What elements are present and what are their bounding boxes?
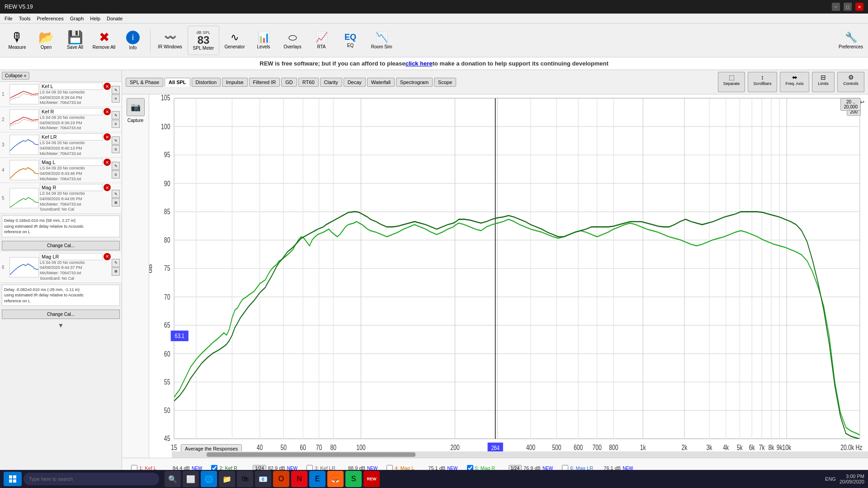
tab-filtered-ir[interactable]: Filtered IR: [249, 78, 280, 87]
meas-action-btn-1a[interactable]: ✎: [112, 86, 120, 94]
menu-donate[interactable]: Donate: [104, 15, 125, 22]
controls-button[interactable]: ⚙ Controls: [837, 72, 864, 92]
room-sim-button[interactable]: 📉 Room Sim: [366, 26, 397, 55]
meas-delete-6[interactable]: ✕: [104, 253, 111, 260]
change-cal-button-2[interactable]: Change Cal...: [2, 310, 120, 319]
sidebar-scroll-down[interactable]: ▼: [0, 321, 122, 330]
meas-name-input-2[interactable]: [40, 108, 103, 115]
tab-spl-phase[interactable]: SPL & Phase: [126, 78, 163, 87]
meas-action-btn-3b[interactable]: S: [112, 145, 120, 153]
preferences-label: Preferences: [839, 44, 863, 49]
taskbar-app-edge[interactable]: 🌐: [201, 471, 217, 487]
taskbar-app-office[interactable]: O: [273, 471, 289, 487]
tab-decay[interactable]: Decay: [344, 78, 366, 87]
taskbar-app-netflix[interactable]: N: [291, 471, 307, 487]
generator-button[interactable]: ∿ Generator: [221, 26, 248, 55]
meas-info-4: ✕ LS 04 09 20 No correctio04/09/2020 8:4…: [40, 159, 111, 182]
svg-text:80: 80: [164, 236, 170, 244]
graph-container[interactable]: 105 100 95 90 85 80: [149, 94, 868, 458]
meas-delete-1[interactable]: ✕: [104, 83, 111, 90]
menu-bar: File Tools Preferences Graph Help Donate: [0, 14, 868, 23]
tab-scope[interactable]: Scope: [434, 78, 456, 87]
menu-tools[interactable]: Tools: [16, 15, 33, 22]
taskbar-app-spotify[interactable]: S: [345, 471, 362, 487]
tab-spectrogram[interactable]: Spectrogram: [396, 78, 433, 87]
taskbar-app-mail[interactable]: 📧: [255, 471, 271, 487]
meas-action-btn-2b[interactable]: ≡: [112, 120, 120, 128]
taskbar-app-search[interactable]: 🔍: [165, 471, 181, 487]
meas-name-input-3[interactable]: [40, 133, 103, 141]
meas-actions-6: ✎ ⊞: [112, 259, 120, 276]
donation-link[interactable]: click here: [405, 60, 432, 67]
meas-name-input-6[interactable]: [40, 253, 103, 260]
rta-button[interactable]: 📈 RTA: [308, 26, 335, 55]
meas-action-btn-6b[interactable]: ⊞: [112, 267, 120, 276]
ir-windows-button[interactable]: 〰️ IR Windows: [154, 26, 186, 55]
meas-action-btn-4a[interactable]: ✎: [112, 162, 120, 170]
meas-action-btn-6a[interactable]: ✎: [112, 259, 120, 267]
menu-file[interactable]: File: [2, 15, 15, 22]
taskbar-app-edge2[interactable]: E: [309, 471, 326, 487]
tab-all-spl[interactable]: All SPL: [165, 78, 190, 87]
menu-graph[interactable]: Graph: [67, 15, 87, 22]
tab-distortion[interactable]: Distortion: [192, 78, 221, 87]
minimize-button[interactable]: −: [832, 3, 840, 11]
taskbar-app-firefox[interactable]: 🦊: [327, 471, 344, 487]
preferences-button[interactable]: 🔧 Preferences: [837, 26, 864, 55]
scrollbars-button[interactable]: ↕ Scrollbars: [748, 72, 777, 92]
measure-button[interactable]: 🎙 Measure: [4, 26, 31, 55]
save-all-button[interactable]: 💾 Save All: [61, 26, 89, 55]
svg-text:70: 70: [164, 293, 170, 301]
meas-name-input-1[interactable]: [40, 83, 103, 90]
meas-delete-5[interactable]: ✕: [104, 184, 111, 191]
overlays-button[interactable]: ⬭ Overlays: [279, 26, 306, 55]
meas-delete-4[interactable]: ✕: [104, 159, 111, 166]
meas-name-input-5[interactable]: [40, 184, 103, 191]
svg-rect-89: [13, 475, 16, 479]
meas-actions-1: ✎ ≡: [112, 86, 120, 103]
tab-clarity[interactable]: Clarity: [320, 78, 342, 87]
taskbar-search[interactable]: [24, 473, 159, 485]
levels-button[interactable]: 📊 Levels: [250, 26, 277, 55]
meas-action-btn-4b[interactable]: S: [112, 170, 120, 178]
change-cal-button-1[interactable]: Change Cal...: [2, 241, 120, 250]
taskbar-app-taskview[interactable]: ⬜: [183, 471, 199, 487]
meas-action-btn-5a[interactable]: ✎: [112, 190, 120, 198]
tab-waterfall[interactable]: Waterfall: [367, 78, 395, 87]
meas-action-btn-2a[interactable]: ✎: [112, 111, 120, 119]
limits-button[interactable]: ⊟ Limits: [812, 72, 835, 92]
separate-button[interactable]: ⬚ Separate: [718, 72, 745, 92]
capture-button[interactable]: 📷: [127, 98, 145, 116]
toolbar: 🎙 Measure 📂 Open 💾 Save All ✖ Remove All…: [0, 23, 868, 57]
meas-num-5: 5: [2, 196, 9, 201]
meas-delete-2[interactable]: ✕: [104, 108, 111, 115]
info-button[interactable]: i Info: [119, 26, 146, 55]
meas-name-input-4[interactable]: [40, 159, 103, 166]
meas-info-2: ✕ LS 04 09 20 No correctio04/09/2020 8:3…: [40, 108, 111, 131]
collapse-button[interactable]: Collapse «: [2, 72, 29, 80]
meas-delete-3[interactable]: ✕: [104, 133, 111, 141]
meas-action-btn-1b[interactable]: ≡: [112, 94, 120, 103]
spl-meter-button[interactable]: dB SPL 83 SPL Meter: [188, 26, 219, 55]
start-button[interactable]: [4, 472, 22, 486]
meas-preview-6: [9, 257, 39, 277]
svg-text:700: 700: [592, 443, 601, 451]
taskbar-app-explorer[interactable]: 📁: [219, 471, 235, 487]
remove-all-button[interactable]: ✖ Remove All: [90, 26, 118, 55]
close-button[interactable]: ✕: [855, 3, 863, 11]
svg-text:75: 75: [164, 264, 170, 272]
freq-range-20-20000[interactable]: 20 .. 20,000: [840, 98, 861, 111]
taskbar-app-rew[interactable]: REW: [363, 471, 380, 487]
meas-action-btn-3a[interactable]: ✎: [112, 136, 120, 145]
taskbar-app-store[interactable]: 🛍: [237, 471, 253, 487]
open-button[interactable]: 📂 Open: [33, 26, 60, 55]
menu-preferences[interactable]: Preferences: [34, 15, 66, 22]
freq-axis-button[interactable]: ⬌ Freq. Axis: [780, 72, 809, 92]
tab-rt60[interactable]: RT60: [298, 78, 319, 87]
tab-impulse[interactable]: Impulse: [222, 78, 248, 87]
maximize-button[interactable]: □: [844, 3, 852, 11]
meas-action-btn-5b[interactable]: ⊞: [112, 198, 120, 206]
tab-gd[interactable]: GD: [281, 78, 297, 87]
menu-help[interactable]: Help: [87, 15, 103, 22]
eq-button[interactable]: EQ EQ: [337, 26, 364, 55]
